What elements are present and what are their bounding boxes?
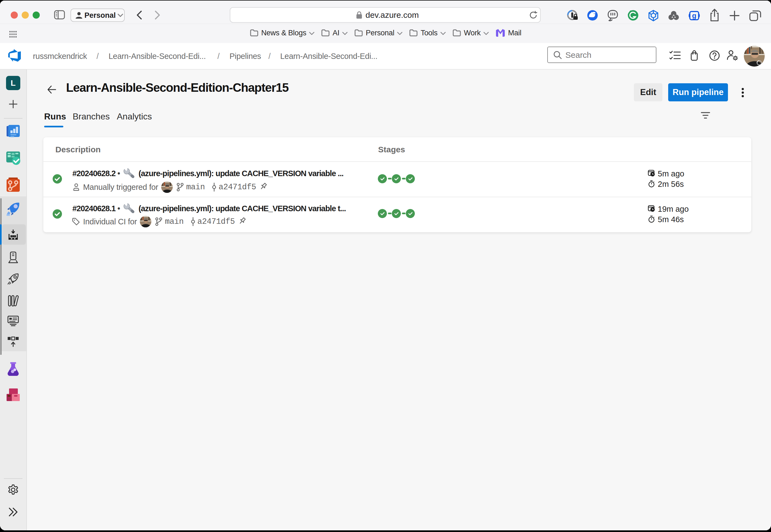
svg-text:g: g: [692, 12, 696, 20]
